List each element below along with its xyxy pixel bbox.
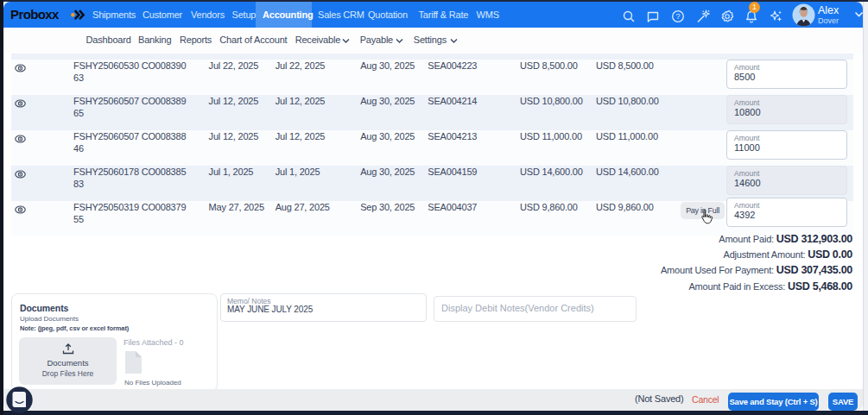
svg-text:?: ?	[675, 12, 680, 21]
